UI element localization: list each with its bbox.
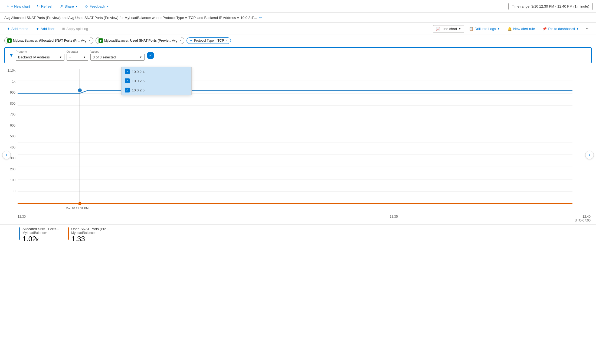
drill-logs-label: Drill into Logs [475, 27, 496, 31]
x-label-1235: 12:35 [390, 215, 398, 219]
chart-line-allocated [18, 90, 572, 93]
operator-chevron-icon: ▼ [83, 56, 86, 59]
drill-logs-icon: 📋 [469, 27, 473, 31]
chart-nav-right[interactable]: › [585, 151, 594, 159]
property-field: Property Backend IP Address ▼ [16, 50, 64, 61]
property-chevron-icon: ▼ [59, 56, 62, 59]
chart-nav-left[interactable]: ‹ [2, 151, 11, 159]
y-label-200: 200 [0, 167, 15, 171]
cursor-dot-orange [78, 202, 81, 205]
operator-field: Operator = ▼ [67, 50, 88, 61]
feedback-chevron-icon: ▼ [106, 5, 109, 8]
chart-svg: Mar 10 12:31 PM [18, 69, 596, 215]
share-chevron-icon: ▼ [75, 5, 78, 8]
chart-title: Avg Allocated SNAT Ports (Preview) and A… [4, 16, 257, 20]
feedback-button[interactable]: ☺ Feedback ▼ [82, 2, 112, 10]
feedback-label: Feedback [90, 4, 105, 8]
legend-label-2: Used SNAT Ports (Pre... [71, 227, 109, 231]
new-chart-button[interactable]: ＋ + New chart [3, 2, 33, 10]
new-alert-rule-button[interactable]: 🔔 New alert rule [505, 25, 538, 32]
time-range-label: Time range: 3/10 12:30 PM - 12:40 PM (1 … [512, 4, 589, 8]
drill-into-logs-button[interactable]: 📋 Drill into Logs ▼ [466, 25, 503, 32]
values-select[interactable]: 3 of 3 selected ▼ [90, 54, 145, 61]
chip-label-2: MyLoadBalancer, Used SNAT Ports (Previe.… [104, 39, 178, 42]
refresh-icon: ↻ [37, 4, 40, 8]
add-metric-button[interactable]: ✦ Add metric [4, 25, 31, 32]
check-icon-1: ✓ [125, 69, 130, 74]
filter-confirm-button[interactable]: ✓ [147, 52, 154, 59]
line-chart-icon: 📈 [436, 27, 440, 31]
legend-sublabel-2: MyLoadBalancer [71, 231, 109, 235]
y-label-600: 600 [0, 124, 15, 127]
filter-chips-row: ◆ MyLoadBalancer, Allocated SNAT Ports (… [0, 35, 596, 46]
metrics-toolbar: ✦ Add metric ▼ Add filter ⊞ Apply splitt… [0, 23, 596, 35]
chip-label-1: MyLoadBalancer, Allocated SNAT Ports (Pr… [13, 39, 87, 42]
legend-value-2: 1.33 [71, 235, 109, 243]
share-label: Share [64, 4, 74, 8]
dropdown-value-1: 10.0.2.4 [132, 70, 145, 74]
chip-filter-close[interactable]: × [226, 39, 228, 42]
legend-color-1 [19, 227, 20, 240]
time-range-button[interactable]: Time range: 3/10 12:30 PM - 12:40 PM (1 … [508, 3, 593, 10]
metrics-toolbar-right: 📈 Line chart ▼ 📋 Drill into Logs ▼ 🔔 New… [433, 25, 592, 32]
values-field: Values 3 of 3 selected ▼ [90, 50, 145, 61]
chart-wrapper: ‹ › 1.10k 1k 900 800 700 600 500 400 300… [0, 64, 596, 245]
new-chart-label: + New chart [11, 4, 30, 8]
share-button[interactable]: ↗ Share ▼ [57, 2, 81, 10]
x-label-1230: 12:30 [18, 215, 26, 219]
operator-value: = [69, 55, 71, 59]
hover-time-label: Mar 10 12:31 PM [66, 207, 89, 210]
chart-area: 1.10k 1k 900 800 700 600 500 400 300 200… [0, 64, 596, 222]
y-label-700: 700 [0, 112, 15, 116]
dropdown-item-2[interactable]: ✓ 10.0.2.5 [122, 76, 191, 85]
legend-item-2: Used SNAT Ports (Pre... MyLoadBalancer 1… [68, 227, 109, 243]
refresh-button[interactable]: ↻ Refresh [34, 2, 56, 10]
y-label-400: 400 [0, 145, 15, 149]
more-options-button[interactable]: ··· [584, 25, 592, 32]
filter-row: ▼ Property Backend IP Address ▼ Operator… [4, 47, 592, 63]
chip-allocated-snat[interactable]: ◆ MyLoadBalancer, Allocated SNAT Ports (… [4, 37, 93, 44]
add-filter-icon: ▼ [36, 27, 39, 31]
operator-select[interactable]: = ▼ [67, 54, 88, 61]
dropdown-item-1[interactable]: ✓ 10.0.2.4 [122, 67, 191, 76]
add-metric-label: Add metric [11, 27, 28, 31]
legend-item-1: Allocated SNAT Ports... MyLoadBalancer 1… [19, 227, 59, 243]
pin-to-dashboard-button[interactable]: 📌 Pin to dashboard ▼ [540, 25, 581, 32]
chip-close-1[interactable]: × [89, 39, 90, 42]
pin-label: Pin to dashboard [548, 27, 575, 31]
new-alert-label: New alert rule [513, 27, 535, 31]
chip-close-2[interactable]: × [179, 39, 181, 42]
y-label-1100: 1.10k [0, 69, 15, 72]
dropdown-item-3[interactable]: ✓ 10.0.2.6 [122, 85, 191, 95]
filter-chip-icon: ▼ [189, 39, 193, 42]
y-label-900: 900 [0, 91, 15, 94]
apply-splitting-button[interactable]: ⊞ Apply splitting [59, 25, 91, 32]
x-axis: 12:30 12:35 12:40 [18, 215, 591, 219]
y-label-500: 500 [0, 134, 15, 138]
chart-type-chevron-icon: ▼ [459, 27, 461, 30]
chip-used-snat[interactable]: ◆ MyLoadBalancer, Used SNAT Ports (Previ… [96, 37, 184, 44]
cursor-dot-blue [78, 88, 82, 92]
drill-chevron-icon: ▼ [497, 27, 500, 30]
top-toolbar: ＋ + New chart ↻ Refresh ↗ Share ▼ ☺ Feed… [0, 0, 596, 13]
check-icon-2: ✓ [125, 78, 130, 83]
y-axis: 1.10k 1k 900 800 700 600 500 400 300 200… [0, 69, 18, 204]
legend-sublabel-1: MyLoadBalancer [22, 231, 59, 235]
add-metric-icon: ✦ [7, 27, 10, 31]
apply-splitting-label: Apply splitting [66, 27, 88, 31]
y-label-0: 0 [0, 189, 15, 193]
chip-protocol-type[interactable]: ▼ Protocol Type = TCP × [186, 37, 231, 44]
filter-row-icon: ▼ [9, 53, 14, 58]
title-bar: Avg Allocated SNAT Ports (Preview) and A… [0, 13, 596, 23]
add-filter-label: Add filter [41, 27, 54, 31]
chart-type-button[interactable]: 📈 Line chart ▼ [433, 25, 464, 32]
values-chevron-icon: ▼ [139, 56, 142, 59]
add-filter-button[interactable]: ▼ Add filter [33, 25, 57, 32]
property-select[interactable]: Backend IP Address ▼ [16, 54, 64, 61]
edit-icon[interactable]: ✏ [259, 15, 262, 20]
toolbar-right: Time range: 3/10 12:30 PM - 12:40 PM (1 … [508, 3, 593, 10]
values-text: 3 of 3 selected [93, 55, 116, 59]
dropdown-value-3: 10.0.2.6 [132, 88, 145, 92]
chip-icon-1: ◆ [7, 38, 12, 43]
y-label-800: 800 [0, 102, 15, 105]
